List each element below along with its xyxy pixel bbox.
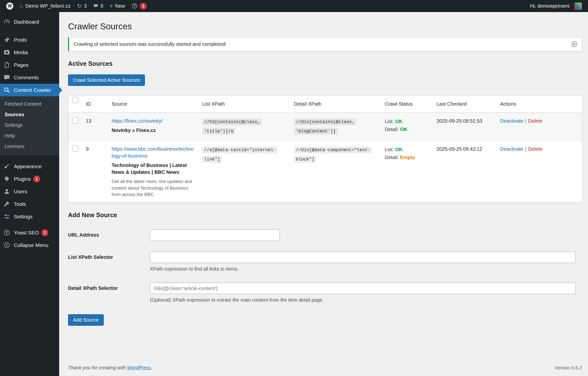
sidebar-item-label: Users [14, 189, 27, 195]
list-status-value: OK [395, 119, 403, 124]
sidebar-item-media[interactable]: Media [0, 46, 59, 59]
list-xpath-input[interactable] [150, 252, 576, 263]
site-menu[interactable]: ⌂ Demo WP_řešení.cz [17, 0, 74, 12]
sources-table: ID Source List XPath Detail XPath Crawl … [68, 95, 582, 203]
admin-bar: W ⌂ Demo WP_řešení.cz ↻ 3 0 + New 1 Hi, … [0, 0, 588, 12]
wordpress-logo-menu[interactable]: W [3, 0, 17, 12]
sidebar-item-collapse-menu[interactable]: Collapse Menu [0, 239, 59, 251]
sidebar-item-settings[interactable]: Settings [0, 210, 59, 223]
detail-status-label: Detail: [385, 155, 399, 160]
url-address-label: URL Address [68, 229, 150, 241]
row-id: 9 [82, 141, 108, 203]
column-header-actions: Actions [496, 95, 582, 113]
detail-xpath-code: //div[contains(@class, 'blogContent')] [294, 118, 356, 135]
sidebar-item-label: Appearance [14, 163, 42, 169]
sidebar-item-yoast-seo[interactable]: Yoast SEO 1 [0, 226, 59, 239]
list-xpath-help: XPath expression to find all links to it… [150, 266, 576, 272]
actions-separator: | [525, 118, 526, 124]
sidebar-item-posts[interactable]: Posts [0, 33, 59, 46]
sidebar-item-pages[interactable]: Pages [0, 59, 59, 71]
sidebar-item-tools[interactable]: Tools [0, 198, 59, 210]
active-sources-heading: Active Sources [68, 60, 582, 67]
delete-link[interactable]: Delete [528, 146, 542, 152]
page-title: Crawler Sources [68, 21, 582, 32]
sidebar-item-label: Tools [14, 201, 26, 207]
person-icon [3, 188, 11, 195]
last-checked-value: 2025-09-25 09:51:53 [433, 113, 496, 141]
yoast-notification-badge: 1 [140, 3, 147, 10]
content-crawler-submenu: Fetched Content Sources Settings Help Li… [0, 96, 59, 155]
yoast-menu[interactable]: 1 [128, 0, 150, 12]
sidebar-item-plugins[interactable]: Plugins 1 [0, 173, 59, 185]
sidebar-item-comments[interactable]: Comments [0, 71, 59, 84]
detail-status-value: OK [400, 127, 408, 132]
account-menu[interactable]: Hi, demowpreseni [527, 2, 585, 10]
updates-icon: ↻ [77, 3, 82, 9]
comments-count: 0 [101, 3, 103, 9]
updates-menu[interactable]: ↻ 3 [74, 0, 90, 12]
sidebar-item-users[interactable]: Users [0, 185, 59, 198]
crawl-selected-button[interactable]: Crawl Selected Active Sources [68, 74, 145, 86]
sidebar-item-label: Yoast SEO [14, 230, 39, 236]
comment-bubble-icon [3, 74, 11, 81]
select-all-checkbox[interactable] [72, 97, 78, 103]
notice-text: Crawling of selected sources was success… [73, 41, 226, 47]
sidebar-item-label: Plugins [14, 176, 31, 182]
avatar [574, 2, 582, 10]
updates-count: 3 [84, 3, 87, 9]
detail-status-label: Detail: [385, 127, 399, 132]
footer-thanks-text: Thank you for creating with [68, 365, 127, 370]
submenu-item-settings[interactable]: Settings [0, 120, 59, 131]
add-new-source-heading: Add New Source [68, 212, 582, 219]
submenu-item-fetched-content[interactable]: Fetched Content [0, 99, 59, 109]
version-text: Version 6.8.2 [554, 365, 582, 371]
sidebar-item-content-crawler[interactable]: Content Crawler [0, 84, 59, 96]
column-header-detail-xpath: Detail XPath [290, 95, 381, 113]
detail-status-value: Empty [400, 155, 415, 160]
source-url-link[interactable]: https://finex.cz/novinky/ [112, 117, 163, 124]
last-checked-value: 2025-09-25 09:43:12 [433, 141, 496, 203]
deactivate-link[interactable]: Deactivate [500, 118, 524, 124]
footer-thanks-period: . [151, 365, 152, 370]
yoast-icon [3, 229, 11, 236]
wordpress-link[interactable]: WordPress [127, 365, 151, 370]
source-description: Get all the latest news, live updates an… [112, 178, 195, 198]
detail-xpath-input[interactable] [150, 283, 576, 294]
admin-sidebar: Dashboard Posts Media Pages Commen [0, 12, 59, 376]
menu-separator [0, 28, 59, 33]
submenu-item-licenses[interactable]: Licenses [0, 141, 59, 152]
column-header-source: Source [108, 95, 198, 113]
sidebar-item-label: Comments [14, 75, 39, 81]
submenu-item-help[interactable]: Help [0, 131, 59, 141]
camera-icon [3, 49, 11, 56]
pushpin-icon [3, 36, 11, 44]
column-header-id: ID [82, 95, 108, 113]
sidebar-item-dashboard[interactable]: Dashboard [0, 16, 59, 28]
deactivate-link[interactable]: Deactivate [500, 146, 524, 152]
url-address-input[interactable] [150, 229, 280, 241]
submenu-item-sources[interactable]: Sources [0, 109, 59, 120]
source-url-link[interactable]: https://www.bbc.com/business/technology-… [112, 146, 195, 159]
delete-link[interactable]: Delete [528, 118, 542, 124]
source-title: Novinky » Finex.cz [112, 127, 195, 134]
new-content-menu[interactable]: + New [107, 0, 128, 12]
row-id: 13 [82, 113, 108, 141]
column-header-list-xpath: List XPath [198, 95, 290, 113]
add-source-button[interactable]: Add Source [68, 314, 104, 326]
dismiss-notice-icon[interactable] [571, 41, 578, 48]
comments-menu[interactable]: 0 [90, 0, 107, 12]
magnifier-icon [3, 86, 11, 94]
sidebar-item-appearance[interactable]: Appearance [0, 160, 59, 173]
select-row-checkbox[interactable] [72, 146, 78, 152]
detail-xpath-help: (Optional) XPath expression to extract t… [150, 297, 576, 303]
home-icon: ⌂ [20, 3, 23, 9]
wrench-icon [3, 200, 11, 208]
detail-xpath-code: //div[@data-component="text-block"] [294, 147, 372, 163]
sidebar-item-label: Pages [14, 62, 29, 68]
select-row-checkbox[interactable] [72, 117, 78, 124]
source-title: Technology of Business | Latest News & U… [112, 162, 195, 176]
page-icon [3, 61, 11, 69]
sidebar-item-label: Settings [14, 214, 33, 220]
column-header-crawl-status: Crawl Status [381, 95, 433, 113]
sidebar-item-label: Dashboard [14, 19, 39, 25]
